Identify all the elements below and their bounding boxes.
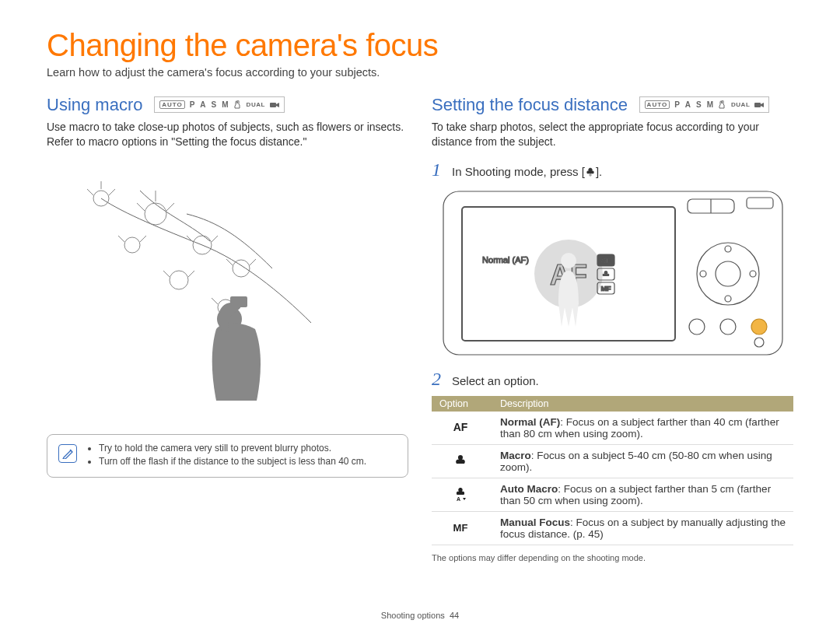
svg-point-32 <box>720 319 736 335</box>
page-title: Changing the camera's focus <box>47 28 793 63</box>
macro-button-icon <box>585 166 596 177</box>
step-2: 2 Select an option. <box>432 369 793 390</box>
hand-icon <box>234 100 242 110</box>
mode-indicator-box: AUTO P A S M DUAL <box>154 96 285 113</box>
table-row: Macro: Focus on a subject 5-40 cm (50-80… <box>432 445 793 478</box>
svg-point-30 <box>750 271 756 277</box>
flower-photographer-illustration <box>47 167 373 405</box>
svg-text:MF: MF <box>453 522 468 534</box>
mode-indicator-box: AUTO P A S M DUAL <box>639 96 770 113</box>
table-header-description: Description <box>492 396 793 412</box>
video-icon <box>754 101 764 109</box>
svg-text:AF: AF <box>453 421 468 433</box>
left-column: Using macro AUTO P A S M DUAL Use macro … <box>47 93 408 571</box>
svg-point-6 <box>170 271 188 289</box>
svg-rect-11 <box>443 191 782 355</box>
camera-back-illustration: AF Normal (AF) AF MF <box>442 187 784 359</box>
svg-point-5 <box>124 237 140 253</box>
tip-item: Turn off the flash if the distance to th… <box>99 456 366 467</box>
svg-rect-24 <box>747 198 773 208</box>
table-row: AF Normal (AF): Focus on a subject farth… <box>432 412 793 445</box>
svg-point-15 <box>561 253 576 268</box>
hand-icon <box>719 100 726 110</box>
note-icon <box>58 444 77 463</box>
table-header-option: Option <box>432 396 492 412</box>
macro-icon <box>432 445 492 478</box>
svg-point-2 <box>145 203 166 225</box>
setting-focus-heading: Setting the focus distance AUTO P A S M … <box>432 93 793 115</box>
svg-text:AF: AF <box>601 257 611 264</box>
svg-rect-9 <box>230 296 247 307</box>
using-macro-text: Use macro to take close-up photos of sub… <box>47 120 408 149</box>
table-row: MF Manual Focus: Focus on a subject by m… <box>432 512 793 545</box>
svg-text:MF: MF <box>600 285 611 292</box>
tip-list: Try to hold the camera very still to pre… <box>86 443 366 469</box>
video-icon <box>270 101 279 109</box>
step-1: 1 In Shooting mode, press []. <box>432 159 793 180</box>
svg-point-28 <box>725 296 731 302</box>
page-footer: Shooting options 44 <box>0 611 840 620</box>
focus-options-table: Option Description AF Normal (AF): Focus… <box>432 396 793 545</box>
tip-item: Try to hold the camera very still to pre… <box>99 443 366 454</box>
svg-point-4 <box>233 260 250 277</box>
svg-rect-10 <box>754 103 761 107</box>
af-icon: AF <box>432 412 492 445</box>
svg-rect-0 <box>270 103 276 107</box>
using-macro-heading: Using macro AUTO P A S M DUAL <box>47 93 408 115</box>
auto-macro-icon: A <box>432 478 492 512</box>
intro-text: Learn how to adjust the camera's focus a… <box>47 66 793 79</box>
svg-point-26 <box>716 261 740 286</box>
manual-page: Changing the camera's focus Learn how to… <box>0 0 840 634</box>
svg-text:A: A <box>457 496 460 501</box>
setting-focus-text: To take sharp photos, select the appropr… <box>432 120 793 149</box>
svg-point-27 <box>725 246 731 252</box>
svg-point-29 <box>700 271 706 277</box>
mf-icon: MF <box>432 512 492 545</box>
right-column: Setting the focus distance AUTO P A S M … <box>432 93 793 571</box>
svg-point-33 <box>751 319 767 335</box>
tip-box: Try to hold the camera very still to pre… <box>47 434 408 478</box>
svg-text:Normal (AF): Normal (AF) <box>482 255 529 264</box>
svg-point-31 <box>689 319 705 335</box>
table-row: A Auto Macro: Focus on a subject farther… <box>432 478 793 512</box>
svg-point-34 <box>754 338 764 347</box>
options-disclaimer: The options may differ depending on the … <box>432 553 793 562</box>
